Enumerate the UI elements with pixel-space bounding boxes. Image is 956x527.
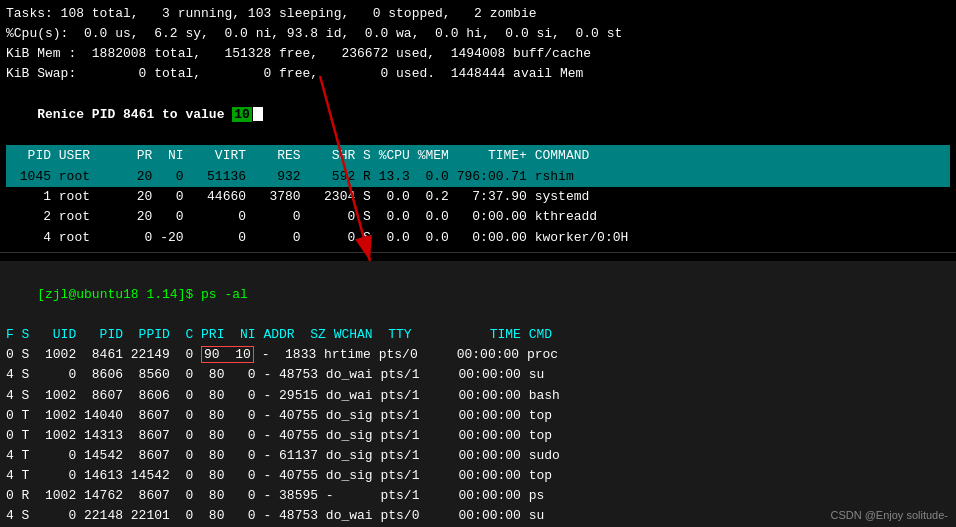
bottom-table-row: 4 T 0 14542 8607 0 80 0 - 61137 do_sig p… bbox=[6, 446, 950, 466]
bottom-table-body: 0 S 1002 8461 22149 0 90 10 - 1833 hrtim… bbox=[6, 345, 950, 526]
bottom-table-row: 4 S 0 22148 22101 0 80 0 - 48753 do_wai … bbox=[6, 506, 950, 526]
bottom-table-row: 0 T 1002 14040 8607 0 80 0 - 40755 do_si… bbox=[6, 406, 950, 426]
renice-line: Renice PID 8461 to value 10 bbox=[6, 85, 950, 145]
bottom-table-header: F S UID PID PPID C PRI NI ADDR SZ WCHAN … bbox=[6, 325, 950, 345]
tasks-line: Tasks: 108 total, 3 running, 103 sleepin… bbox=[6, 4, 950, 24]
row-text-after: - 1833 hrtime pts/0 00:00:00 proc bbox=[254, 347, 558, 362]
bottom-table-row: 4 T 0 14613 14542 0 80 0 - 40755 do_sig … bbox=[6, 466, 950, 486]
row-text-before: 0 S 1002 8461 22149 0 bbox=[6, 347, 201, 362]
mem-line: KiB Mem : 1882008 total, 151328 free, 23… bbox=[6, 44, 950, 64]
prompt-text: [zjl@ubuntu18 1.14]$ ps -al bbox=[37, 287, 248, 302]
bottom-table-row: 4 S 1002 8607 8606 0 80 0 - 29515 do_wai… bbox=[6, 386, 950, 406]
bottom-table-row: 4 S 0 8606 8560 0 80 0 - 48753 do_wai pt… bbox=[6, 365, 950, 385]
renice-value: 10 bbox=[232, 107, 252, 122]
bottom-table-row: 0 R 1002 14762 8607 0 80 0 - 38595 - pts… bbox=[6, 486, 950, 506]
top-table-row: 2 root 20 0 0 0 0 S 0.0 0.0 0:00.00 kthr… bbox=[6, 207, 950, 227]
boxed-pri-ni: 90 10 bbox=[201, 346, 254, 363]
swap-line: KiB Swap: 0 total, 0 free, 0 used. 14484… bbox=[6, 64, 950, 84]
top-table-body: 1045 root 20 0 51136 932 592 R 13.3 0.0 … bbox=[6, 167, 950, 248]
top-table-row: 1 root 20 0 44660 3780 2304 S 0.0 0.2 7:… bbox=[6, 187, 950, 207]
top-table-row: 4 root 0 -20 0 0 0 S 0.0 0.0 0:00.00 kwo… bbox=[6, 228, 950, 248]
top-table-header: PID USER PR NI VIRT RES SHR S %CPU %MEM … bbox=[6, 145, 950, 167]
prompt-line: [zjl@ubuntu18 1.14]$ ps -al bbox=[6, 265, 950, 325]
bottom-table-row: 0 S 1002 8461 22149 0 90 10 - 1833 hrtim… bbox=[6, 345, 950, 365]
bottom-panel: [zjl@ubuntu18 1.14]$ ps -al F S UID PID … bbox=[0, 261, 956, 527]
cpu-line: %Cpu(s): 0.0 us, 6.2 sy, 0.0 ni, 93.8 id… bbox=[6, 24, 950, 44]
top-panel: Tasks: 108 total, 3 running, 103 sleepin… bbox=[0, 0, 956, 253]
renice-label: Renice PID 8461 to value bbox=[37, 107, 232, 122]
bottom-table-row: 0 T 1002 14313 8607 0 80 0 - 40755 do_si… bbox=[6, 426, 950, 446]
watermark: CSDN @Enjoy solitude- bbox=[830, 509, 948, 521]
cursor bbox=[253, 107, 263, 121]
separator bbox=[0, 253, 956, 261]
top-table-row: 1045 root 20 0 51136 932 592 R 13.3 0.0 … bbox=[6, 167, 950, 187]
